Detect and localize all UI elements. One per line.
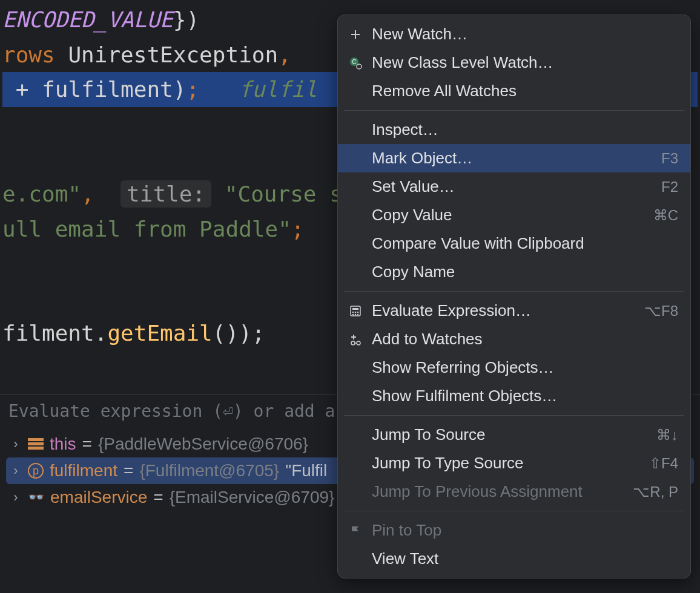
add-watch-icon bbox=[348, 332, 363, 347]
shortcut: ⇧F4 bbox=[649, 455, 678, 472]
menu-jump-to-source[interactable]: Jump To Source ⌘↓ bbox=[338, 421, 690, 449]
code-token: e.com" bbox=[2, 182, 81, 206]
menu-show-fulfilment[interactable]: Show Fulfilment Objects… bbox=[338, 382, 690, 410]
svg-text:C: C bbox=[352, 59, 356, 65]
param-hint: title: bbox=[121, 180, 211, 208]
expand-arrow-icon[interactable]: › bbox=[10, 463, 22, 479]
plus-icon bbox=[348, 27, 363, 42]
shortcut: ⌥R, P bbox=[633, 483, 678, 500]
svg-point-5 bbox=[357, 64, 362, 69]
debugger-context-menu: New Watch… C New Class Level Watch… Remo… bbox=[337, 15, 691, 578]
code-token: ()); bbox=[213, 321, 265, 346]
menu-copy-value[interactable]: Copy Value ⌘C bbox=[338, 201, 690, 229]
menu-separator bbox=[344, 291, 684, 292]
menu-separator bbox=[344, 110, 684, 111]
code-token: }) bbox=[173, 7, 199, 32]
svg-rect-1 bbox=[28, 442, 44, 445]
code-token: , bbox=[81, 182, 107, 206]
blank-icon bbox=[348, 456, 363, 471]
variable-name: this bbox=[50, 434, 76, 454]
variable-name: emailService bbox=[50, 488, 147, 507]
svg-point-9 bbox=[355, 311, 357, 313]
svg-point-14 bbox=[351, 341, 355, 345]
menu-mark-object[interactable]: Mark Object… F3 bbox=[338, 144, 690, 172]
equals: = bbox=[153, 488, 163, 507]
blank-icon bbox=[348, 264, 363, 280]
blank-icon bbox=[348, 484, 363, 500]
blank-icon bbox=[348, 84, 363, 99]
svg-point-11 bbox=[352, 313, 354, 315]
blank-icon bbox=[348, 151, 363, 166]
menu-separator bbox=[344, 415, 684, 416]
menu-remove-all-watches[interactable]: Remove All Watches bbox=[338, 77, 690, 105]
code-token: getEmail bbox=[107, 321, 212, 346]
code-token: filment. bbox=[2, 321, 107, 346]
blank-icon bbox=[348, 236, 363, 252]
equals: = bbox=[124, 461, 133, 480]
menu-jump-to-type-source[interactable]: Jump To Type Source ⇧F4 bbox=[338, 449, 690, 477]
code-token: ull email from Paddle" bbox=[2, 217, 291, 241]
class-watch-icon: C bbox=[348, 55, 363, 71]
code-token: rows bbox=[2, 42, 55, 67]
variable-name: fulfilment bbox=[50, 461, 117, 480]
shortcut: ⌥F8 bbox=[644, 303, 678, 319]
code-token: ; bbox=[291, 217, 305, 241]
variable-string: "Fulfil bbox=[285, 461, 327, 480]
shortcut: F3 bbox=[661, 150, 678, 167]
menu-separator bbox=[344, 511, 684, 511]
svg-point-15 bbox=[357, 341, 360, 345]
svg-point-13 bbox=[357, 313, 359, 315]
shortcut: ⌘↓ bbox=[656, 427, 678, 444]
svg-rect-0 bbox=[28, 438, 44, 441]
svg-rect-7 bbox=[352, 308, 358, 310]
menu-compare-clipboard[interactable]: Compare Value with Clipboard bbox=[338, 229, 690, 258]
menu-new-class-watch[interactable]: C New Class Level Watch… bbox=[338, 48, 690, 77]
svg-point-8 bbox=[352, 311, 354, 313]
blank-icon bbox=[348, 208, 363, 223]
menu-set-value[interactable]: Set Value… F2 bbox=[338, 172, 690, 201]
menu-view-text[interactable]: View Text bbox=[338, 545, 690, 573]
menu-pin-to-top: Pin to Top bbox=[338, 516, 690, 545]
menu-copy-name[interactable]: Copy Name bbox=[338, 258, 690, 286]
equals: = bbox=[82, 434, 92, 454]
blank-icon bbox=[348, 388, 363, 404]
blank-icon bbox=[348, 360, 363, 376]
menu-evaluate-expression[interactable]: Evaluate Expression… ⌥F8 bbox=[338, 296, 690, 325]
svg-point-10 bbox=[357, 311, 359, 313]
calculator-icon bbox=[348, 303, 363, 319]
shortcut: F2 bbox=[661, 179, 678, 195]
blank-icon bbox=[348, 179, 363, 195]
object-icon bbox=[28, 438, 44, 450]
code-token: UnirestException bbox=[55, 42, 278, 67]
inline-hint: fulfil bbox=[239, 77, 317, 102]
svg-point-12 bbox=[355, 313, 357, 315]
variable-value: {Fulfilment@6705} bbox=[139, 461, 279, 480]
parameter-icon: p bbox=[28, 463, 44, 479]
menu-show-referring[interactable]: Show Referring Objects… bbox=[338, 353, 690, 382]
flag-icon bbox=[348, 523, 363, 539]
code-token: , bbox=[278, 42, 291, 67]
menu-new-watch[interactable]: New Watch… bbox=[338, 20, 690, 48]
menu-add-to-watches[interactable]: Add to Watches bbox=[338, 325, 690, 353]
expand-arrow-icon[interactable]: › bbox=[10, 490, 22, 505]
watch-icon: 👓 bbox=[28, 490, 44, 505]
svg-rect-2 bbox=[28, 447, 44, 450]
menu-inspect[interactable]: Inspect… bbox=[338, 116, 690, 144]
variable-value: {PaddleWebService@6706} bbox=[98, 434, 308, 454]
blank-icon bbox=[348, 551, 363, 567]
code-token: ENCODED_VALUE bbox=[2, 7, 173, 32]
expand-arrow-icon[interactable]: › bbox=[10, 436, 22, 452]
code-token: + fulfilment) bbox=[2, 77, 186, 102]
blank-icon bbox=[348, 122, 363, 138]
shortcut: ⌘C bbox=[653, 207, 678, 224]
variable-value: {EmailService@6709} bbox=[170, 488, 335, 507]
menu-jump-previous-assignment: Jump To Previous Assignment ⌥R, P bbox=[338, 477, 690, 506]
code-token: ; bbox=[186, 77, 239, 102]
blank-icon bbox=[348, 427, 363, 443]
